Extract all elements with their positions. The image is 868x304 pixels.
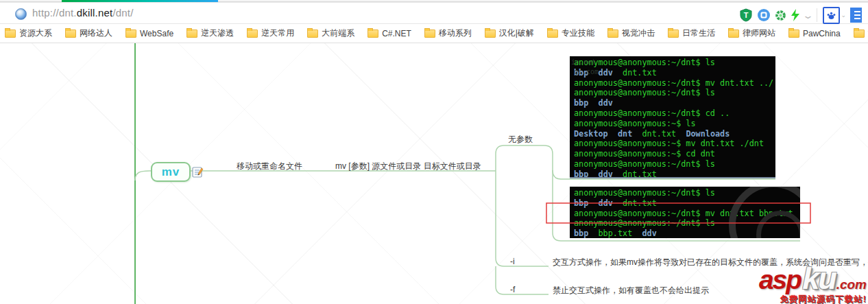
node-f-desc[interactable]: 禁止交互式操作，如有覆盖也不会给出提示 (553, 285, 709, 296)
bookmark-label: 逆天常用 (261, 27, 294, 39)
notes-extension-icon[interactable] (850, 8, 862, 23)
folder-icon (424, 30, 435, 38)
bookmark-label: 移动系列 (439, 27, 472, 39)
folder-icon (547, 30, 558, 38)
bookmark-item[interactable]: 日常生活 (664, 26, 719, 40)
bookmark-label: 视觉冲击 (622, 27, 655, 39)
lightning-extension-icon[interactable] (791, 9, 800, 21)
extensions-chevron-down-icon[interactable]: ⌄ (801, 10, 813, 21)
url-domain: dkill.net (77, 7, 113, 19)
url-prefix: http://dnt. (32, 7, 77, 19)
folder-icon (307, 30, 318, 38)
browser-window: http://dnt.dkill.net/dnt/ T ⌄ ⌄ 资源大系网络 (0, 0, 868, 304)
bookmark-item[interactable]: 视觉冲击 (604, 26, 658, 40)
folder-icon (5, 30, 16, 38)
svg-text:T: T (743, 11, 748, 19)
address-bar[interactable]: http://dnt.dkill.net/dnt/ T ⌄ ⌄ (0, 3, 868, 24)
bookmark-label: 汉化|破解 (499, 27, 534, 39)
bookmark-label: 逆天渗透 (201, 27, 234, 39)
folder-icon (668, 30, 679, 38)
baidu-chevron-icon[interactable]: ⌄ (841, 12, 846, 19)
bookmark-label: 专业技能 (562, 27, 594, 39)
bookmarks-bar[interactable]: 资源大系网络达人WebSafe逆天渗透逆天常用大前端系C#.NET移动系列汉化|… (0, 24, 868, 43)
folder-icon (367, 30, 378, 38)
bookmark-item[interactable]: 逆天渗透 (183, 26, 237, 40)
highlight-rectangle (546, 203, 810, 223)
bookmark-label: 大前端系 (322, 27, 354, 39)
mindmap-root-node[interactable]: mv (151, 162, 191, 182)
page-content: mv 移动或重命名文件 mv [参数] 源文件或目录 目标文件或目录 无参数 -… (0, 43, 868, 304)
page-loading-progress-bar (62, 0, 218, 2)
aspku-watermark: aspku.com 免费网站源码下载站! (759, 263, 867, 304)
url-path: /dnt/ (112, 7, 133, 19)
bookmark-label: 资源大系 (19, 27, 52, 39)
bookmark-item[interactable]: PawChina (785, 27, 844, 40)
bookmark-item[interactable]: 资源大系 (1, 26, 56, 40)
bookmark-item[interactable]: 专业技能 (544, 26, 598, 40)
folder-icon (125, 30, 136, 38)
watermark-tagline: 免费网站源码下载站! (759, 295, 867, 304)
node-no-param[interactable]: 无参数 (508, 134, 533, 145)
folder-icon (854, 30, 865, 38)
bookmark-item[interactable]: 移动系列 (421, 26, 475, 40)
bookmark-item[interactable]: 文化底蕴 (850, 26, 868, 40)
bookmark-item[interactable]: 汉化|破解 (481, 26, 538, 40)
bookmark-item[interactable]: 网络达人 (62, 26, 116, 40)
bookmark-label: 日常生活 (682, 27, 715, 39)
folder-icon (607, 30, 618, 38)
toolbar-divider (817, 8, 817, 22)
folder-icon (65, 30, 76, 38)
watermark-com: .com (836, 278, 867, 291)
node-description[interactable]: 移动或重命名文件 (237, 161, 302, 172)
bookmark-item[interactable]: 大前端系 (304, 26, 358, 40)
node-i-flag[interactable]: -i (510, 257, 515, 266)
watermark-asp: asp (759, 266, 801, 293)
folder-icon (247, 30, 258, 38)
shield-extension-icon[interactable]: T (739, 8, 753, 22)
url-text[interactable]: http://dnt.dkill.net/dnt/ (32, 7, 134, 19)
folder-icon (788, 30, 799, 38)
aperture-extension-icon[interactable] (775, 10, 786, 21)
node-f-flag[interactable]: -f (510, 285, 515, 294)
bookmark-label: C#.NET (382, 29, 411, 38)
bookmark-item[interactable]: 逆天常用 (243, 26, 298, 40)
folder-icon (485, 30, 496, 38)
bookmark-item[interactable]: C#.NET (364, 27, 415, 40)
baidu-paw-icon[interactable]: ⌄ (823, 7, 846, 24)
bookmark-item[interactable]: WebSafe (122, 27, 177, 40)
bookmark-label: 律师网站 (743, 27, 775, 39)
folder-icon (728, 30, 739, 38)
site-favicon-icon (15, 8, 27, 20)
screenshot-extension-icon[interactable] (757, 8, 771, 22)
node-usage[interactable]: mv [参数] 源文件或目录 目标文件或目录 (335, 161, 481, 172)
edit-note-icon[interactable] (192, 166, 204, 180)
watermark-ku: ku (802, 263, 836, 294)
bookmark-label: PawChina (803, 29, 841, 38)
folder-icon (186, 30, 197, 38)
bookmark-label: WebSafe (140, 29, 173, 38)
bookmark-item[interactable]: 律师网站 (725, 26, 779, 40)
bookmark-label: 网络达人 (80, 27, 112, 39)
